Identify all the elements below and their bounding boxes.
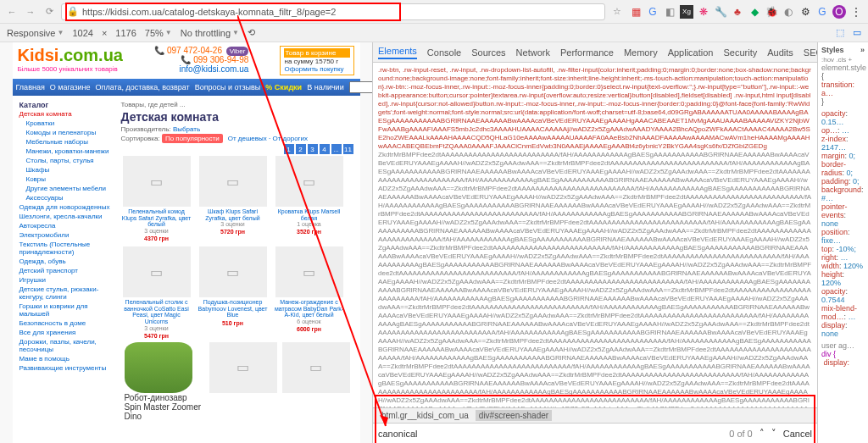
style-rule[interactable]: right: … [821,253,865,262]
ext-icon[interactable]: ♣ [731,5,744,19]
sidebar-item[interactable]: Безопасность в доме [19,318,114,328]
page-number[interactable]: 3 [308,144,318,154]
back-icon[interactable]: ← [5,5,19,19]
ext-icon[interactable]: 🔧 [714,5,727,19]
product-card[interactable]: ▭Пеленальный столик с ванночкой CoSatto … [121,246,192,339]
sidebar-item[interactable]: Аксессуары [19,193,114,202]
sidebar-item[interactable]: Комоды и пеленаторы [19,128,114,137]
tab-audits[interactable]: Audits [767,47,793,58]
width-value[interactable]: 1024 [72,28,92,38]
tab-application[interactable]: Application [668,47,714,58]
search-next-icon[interactable]: ˅ [771,428,776,439]
style-rule[interactable]: display: none [821,321,865,338]
style-rule[interactable]: opacity: 0.15… [821,109,865,126]
product-link[interactable]: Шкаф Klups Safari Zyrafka, цвет белый [198,208,269,221]
style-rule[interactable]: top: -10%; [821,245,865,253]
nav-item-sale[interactable]: % Скидки [265,83,302,91]
reload-icon[interactable]: ⟳ [42,5,56,19]
nav-item[interactable]: Главная [16,83,45,91]
page-number[interactable]: 1 [284,144,294,154]
product-image[interactable]: ▭ [199,246,267,297]
page-number[interactable]: 11 [343,144,353,154]
page-number[interactable]: ... [331,144,342,154]
ext-icon[interactable]: ◧ [663,5,676,19]
product-link[interactable]: Манеж-ограждение с матрасом BabyDan Park… [274,299,345,318]
style-rule[interactable]: op…: … [821,126,865,135]
tab-seo[interactable]: SEO [804,47,817,58]
style-rule[interactable]: margin: 0; [821,152,865,160]
product-card[interactable]: ▭Пеленальный комод Klups Safari Zyrafka,… [121,156,192,241]
product-card[interactable]: ▭Подушка-позиционер Babymoov Lovenest, ц… [198,246,269,339]
sidebar-item[interactable]: Развивающие инструменты [19,363,114,373]
sidebar-item[interactable]: Манежи, кроватки-манежи [19,147,114,156]
style-rule[interactable]: width: 120% [821,262,865,270]
sidebar-item[interactable]: Столы, парты, стулья [19,156,114,165]
nav-item[interactable]: Вопросы и отзывы [195,83,261,91]
sidebar-item[interactable]: Электромобили [19,230,114,240]
device-select[interactable]: Responsive▼ [7,28,64,38]
zoom-select[interactable]: 75%▼ [145,28,172,38]
sidebar-item[interactable]: Игрушки [19,275,114,285]
ext-icon[interactable]: ❋ [697,5,710,19]
product-image[interactable]: ▭ [199,156,267,207]
sidebar-item[interactable]: Шкафы [19,165,114,174]
site-logo[interactable]: Kidsi.com.ua [18,46,123,65]
star-icon[interactable]: ☆ [610,5,624,19]
product-card[interactable]: ▭Манеж-ограждение с матрасом BabyDan Par… [274,246,345,339]
url-bar[interactable]: 🔒 https://kidsi.com.ua/catalog-detskaya-… [61,3,605,20]
product-link[interactable]: Пеленальный столик с ванночкой CoSatto E… [121,299,192,325]
sidebar-item[interactable]: Одежда, обувь [19,257,114,266]
nav-item[interactable]: В наличии [307,83,344,91]
tab-console[interactable]: Console [427,47,461,58]
product-image[interactable]: ▭ [123,156,191,207]
style-rule[interactable]: background: #… [821,186,865,202]
product-image[interactable]: ▭ [209,342,277,393]
ext-icon[interactable]: ⚙ [798,5,812,19]
forward-icon[interactable]: → [24,5,37,19]
ext-icon[interactable]: 🐞 [765,5,778,19]
search-cancel[interactable]: Cancel [783,429,812,439]
menu-icon[interactable]: ⋮ [849,5,863,19]
ext-icon[interactable]: Xg [680,5,693,19]
product-image[interactable]: ▭ [275,156,343,207]
product-image[interactable]: ▭ [123,246,191,297]
product-link[interactable]: Робот-динозавр Spin Master Zoomer Dino [125,393,202,421]
sidebar-item[interactable]: Детский транспорт [19,266,114,275]
gtranslate-icon[interactable]: G [646,5,659,19]
tab-memory[interactable]: Memory [624,47,658,58]
style-rule[interactable]: z-index: 2147… [821,135,865,152]
toggle-device-icon[interactable]: ▭ [853,27,861,38]
tab-network[interactable]: Network [516,47,550,58]
product-link[interactable]: Пеленальный комод Klups Safari Zyrafka, … [121,208,192,228]
style-rule[interactable]: mix-blend-mod…: … [821,304,865,321]
sidebar-current[interactable]: Детская комната [19,109,114,119]
product-image[interactable] [125,342,192,393]
sidebar-item[interactable]: Детские стулья, рюкзаки-кенгуру, слинги [19,285,114,302]
style-rule[interactable]: pointer-events: none [821,202,865,228]
search-input[interactable] [349,81,373,93]
inspect-icon[interactable]: ⬚ [836,27,844,38]
product-link[interactable]: Подушка-позиционер Babymoov Lovenest, цв… [198,299,269,318]
tab-elements[interactable]: Elements [378,46,417,59]
tab-security[interactable]: Security [723,47,757,58]
tab-sources[interactable]: Sources [471,47,505,58]
sidebar-item[interactable]: Другие элементы мебели [19,184,114,193]
product-card[interactable]: ▭Кроватка Klups Marsell белая1 оценка352… [274,156,345,241]
height-value[interactable]: 1176 [115,28,136,38]
cart-widget[interactable]: Товар в корзине на сумму 15750 г Оформит… [280,46,354,75]
ext-icon[interactable]: ▦ [629,5,643,19]
crumb[interactable]: html.gr__kidsi_com_ua [378,410,472,421]
sidebar-item[interactable]: Ковры [19,174,114,184]
nav-item[interactable]: О магазине [50,83,91,91]
ext-icon[interactable]: G [815,5,829,19]
style-rule[interactable]: position: fixe… [821,228,865,245]
product-image[interactable]: ▭ [282,342,350,393]
crumb-selected[interactable]: div#screen-shader [476,410,552,421]
sidebar-item[interactable]: Одежда для новорожденных [19,202,114,212]
sidebar-item[interactable]: Все для хранения [19,328,114,337]
search-prev-icon[interactable]: ˄ [760,428,765,439]
ext-icon[interactable]: ◆ [748,5,761,19]
sidebar-item[interactable]: Автокресла [19,221,114,230]
sidebar-item[interactable]: Кроватки [19,119,114,128]
devtools-search-input[interactable] [378,429,722,439]
